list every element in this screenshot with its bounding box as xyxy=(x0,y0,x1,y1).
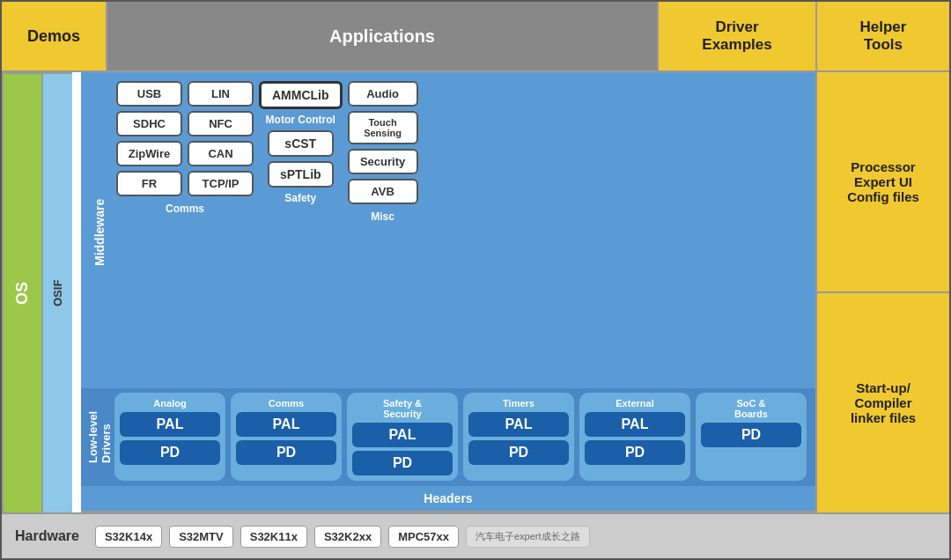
driver-group-soc-boards: SoC &Boards PD xyxy=(696,393,807,481)
timers-pd: PD xyxy=(468,440,569,465)
left-labels: OS OSIF xyxy=(2,72,81,512)
misc-bottom-label: Misc xyxy=(348,210,418,223)
external-pal: PAL xyxy=(585,412,685,437)
chip-s32k11x: S32K11x xyxy=(240,526,307,548)
driver-group-comms: Comms PAL PD xyxy=(231,393,342,481)
middleware-content: USB SDHC ZipWire FR LIN NFC CAN TCP/IP xyxy=(116,81,807,384)
comms-right-col: LIN NFC CAN TCP/IP xyxy=(188,81,254,196)
safety-column: AMMCLib Motor Control sCST sPTLib Safety xyxy=(259,81,343,384)
chip-s32k2xx: S32K2xx xyxy=(314,526,381,548)
low-level-section: Low-levelDrivers Analog PAL PD Comms PAL… xyxy=(81,388,815,485)
motor-control-label: Motor Control xyxy=(266,114,335,126)
driver-group-external: External PAL PD xyxy=(579,393,690,481)
safety-bottom-label: Safety xyxy=(284,192,316,204)
zipwire-box: ZipWire xyxy=(116,141,182,166)
driver-group-timers: Timers PAL PD xyxy=(463,393,574,481)
safety-security-group-label: Safety &Security xyxy=(383,398,422,419)
misc-column: Audio TouchSensing Security AVB Misc xyxy=(348,81,418,384)
center-area: Middleware USB SDHC ZipWire FR xyxy=(81,72,817,512)
diagram-wrapper: Demos Applications DriverExamples Helper… xyxy=(0,0,951,560)
right-side: ProcessorExpert UIConfig files Start-up/… xyxy=(817,72,949,512)
soc-boards-pd: PD xyxy=(701,423,801,447)
ammclib-box: AMMCLib xyxy=(259,81,343,109)
analog-pd: PD xyxy=(120,440,220,465)
demos-label: Demos xyxy=(2,2,107,72)
timers-pal: PAL xyxy=(468,412,569,437)
scst-box: sCST xyxy=(268,130,334,157)
osif-label: OSIF xyxy=(41,72,72,512)
hardware-label: Hardware xyxy=(15,528,79,544)
nfc-box: NFC xyxy=(188,111,254,136)
comms-bottom-label: Comms xyxy=(116,203,254,215)
security-box: Security xyxy=(348,149,418,174)
comms-pd: PD xyxy=(236,440,336,465)
sptlib-box: sPTLib xyxy=(268,161,334,188)
driver-group-analog: Analog PAL PD xyxy=(114,393,225,481)
soc-boards-group-label: SoC &Boards xyxy=(734,398,768,419)
external-pd: PD xyxy=(585,440,685,465)
os-label: OS xyxy=(2,72,41,512)
chip-s32mtv: S32MTV xyxy=(169,526,233,548)
lin-box: LIN xyxy=(188,81,254,107)
driver-group-safety-security: Safety &Security PAL PD xyxy=(347,393,458,481)
wechat-badge: 汽车电子expert成长之路 xyxy=(466,526,590,548)
startup-compiler-label: Start-up/Compilerlinker files xyxy=(817,293,949,512)
touch-sensing-box: TouchSensing xyxy=(348,111,418,144)
low-level-label: Low-levelDrivers xyxy=(90,393,109,481)
comms-boxes: USB SDHC ZipWire FR LIN NFC CAN TCP/IP xyxy=(116,81,254,196)
safety-security-pd: PD xyxy=(352,451,453,475)
comms-column: USB SDHC ZipWire FR LIN NFC CAN TCP/IP xyxy=(116,81,254,384)
comms-pal: PAL xyxy=(236,412,336,437)
audio-box: Audio xyxy=(348,81,418,107)
can-box: CAN xyxy=(188,141,254,166)
top-row: Demos Applications DriverExamples Helper… xyxy=(2,2,949,72)
bottom-row: Hardware S32K14x S32MTV S32K11x S32K2xx … xyxy=(2,512,949,558)
low-level-drivers-content: Analog PAL PD Comms PAL PD Safety &Secur… xyxy=(114,393,807,481)
driver-examples-label: DriverExamples xyxy=(659,2,817,72)
tcpip-box: TCP/IP xyxy=(188,171,254,196)
applications-label: Applications xyxy=(107,2,659,72)
timers-group-label: Timers xyxy=(503,398,534,409)
analog-pal: PAL xyxy=(120,412,220,437)
avb-box: AVB xyxy=(348,179,418,204)
safety-security-pal: PAL xyxy=(352,423,453,447)
external-group-label: External xyxy=(616,398,653,409)
main-area: OS OSIF Middleware USB xyxy=(2,72,949,512)
chip-s32k14x: S32K14x xyxy=(95,526,162,548)
middleware-label: Middleware xyxy=(90,81,109,384)
sdhc-box: SDHC xyxy=(116,111,182,136)
processor-expert-label: ProcessorExpert UIConfig files xyxy=(817,72,949,293)
analog-group-label: Analog xyxy=(153,398,186,409)
headers-row: Headers xyxy=(81,485,815,511)
comms-group-label: Comms xyxy=(269,398,304,409)
helper-tools-label: HelperTools xyxy=(817,2,949,72)
chip-mpc57xx: MPC57xx xyxy=(388,526,459,548)
middleware-section: Middleware USB SDHC ZipWire FR xyxy=(81,72,815,388)
fr-box: FR xyxy=(116,171,182,196)
comms-left-col: USB SDHC ZipWire FR xyxy=(116,81,182,196)
usb-box: USB xyxy=(116,81,182,107)
